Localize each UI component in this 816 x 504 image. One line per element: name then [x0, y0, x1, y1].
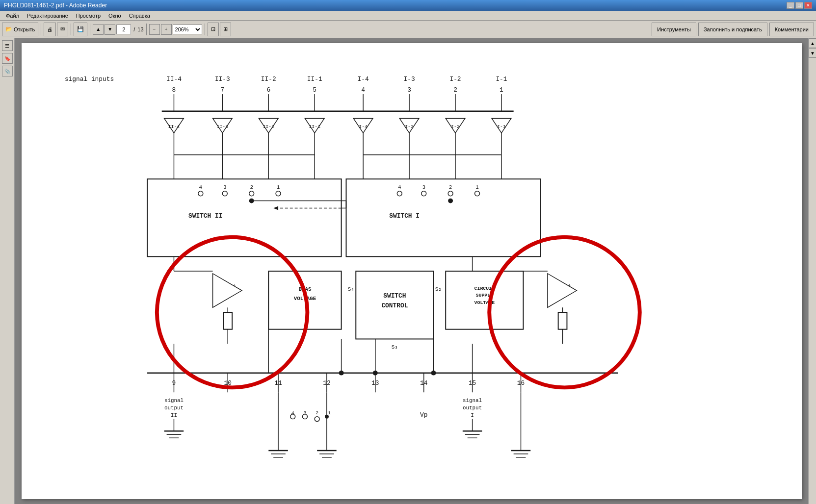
- svg-text:output: output: [463, 405, 482, 411]
- svg-rect-106: [558, 312, 567, 329]
- menu-window[interactable]: Окно: [105, 12, 125, 20]
- svg-text:SWITCH II: SWITCH II: [188, 212, 222, 220]
- snapshot-button[interactable]: ⊞: [220, 23, 231, 36]
- save-button[interactable]: 💾: [74, 23, 87, 36]
- svg-text:I: I: [471, 412, 474, 418]
- svg-text:2: 2: [453, 86, 457, 94]
- right-scrollbar[interactable]: ▲ ▼: [808, 38, 816, 504]
- select-button[interactable]: ⊡: [208, 23, 219, 36]
- svg-point-66: [249, 191, 254, 196]
- svg-text:II-3: II-3: [214, 76, 230, 83]
- svg-text:1: 1: [327, 410, 330, 416]
- svg-text:I-4: I-4: [357, 76, 369, 83]
- page-number-input[interactable]: [116, 25, 131, 34]
- svg-text:S₂: S₂: [435, 286, 441, 292]
- fill-sign-button[interactable]: Заполнить и подписать: [698, 23, 767, 36]
- svg-text:3: 3: [223, 184, 227, 190]
- svg-text:II-4: II-4: [166, 76, 182, 83]
- svg-text:CONTROL: CONTROL: [381, 302, 408, 309]
- toolbar-right: Инструменты Заполнить и подписать Коммен…: [652, 23, 814, 36]
- toolbar: 📂 Открыть 🖨 ✉ 💾 ▲ ▼ / 13 − + 206% 100% 1…: [0, 21, 816, 38]
- svg-text:I-3: I-3: [403, 76, 415, 83]
- email-button[interactable]: ✉: [57, 23, 68, 36]
- content-area: ☰ 🔖 📎 signal inputs II-4 II-3 II-2 II-1 …: [0, 38, 816, 504]
- menu-file[interactable]: Файл: [2, 12, 23, 20]
- left-sidebar: ☰ 🔖 📎: [0, 38, 15, 504]
- menu-edit[interactable]: Редактирование: [23, 12, 72, 20]
- svg-text:7: 7: [220, 86, 224, 94]
- signal-inputs-label: signal inputs: [64, 76, 113, 83]
- svg-point-143: [315, 417, 319, 422]
- svg-text:+: +: [568, 283, 571, 288]
- zoom-out-button[interactable]: −: [149, 24, 160, 35]
- svg-text:5: 5: [313, 86, 316, 94]
- svg-text:8: 8: [172, 86, 176, 94]
- svg-text:I-1: I-1: [496, 76, 507, 83]
- prev-page-button[interactable]: ▲: [93, 24, 104, 35]
- separator-5: [205, 24, 205, 35]
- svg-text:S₃: S₃: [391, 344, 397, 350]
- svg-text:4: 4: [291, 410, 294, 416]
- svg-text:Vp: Vp: [420, 411, 427, 419]
- svg-point-65: [222, 191, 227, 196]
- pdf-area[interactable]: signal inputs II-4 II-3 II-2 II-1 I-4 I-…: [15, 38, 808, 504]
- svg-rect-70: [346, 179, 540, 256]
- next-page-button[interactable]: ▼: [105, 24, 115, 35]
- svg-text:signal: signal: [164, 398, 183, 403]
- svg-text:4: 4: [398, 184, 401, 190]
- maximize-button[interactable]: □: [795, 2, 803, 9]
- svg-text:I-3: I-3: [405, 124, 414, 129]
- svg-text:II-4: II-4: [168, 124, 180, 129]
- open-icon: 📂: [5, 26, 12, 32]
- print-button[interactable]: 🖨: [44, 23, 56, 36]
- zoom-select[interactable]: 206% 100% 150% 75% 50%: [173, 25, 202, 34]
- svg-text:signal: signal: [463, 398, 482, 403]
- svg-text:output: output: [164, 405, 183, 411]
- svg-text:SWITCH: SWITCH: [383, 292, 406, 300]
- svg-text:4: 4: [199, 184, 202, 190]
- svg-text:2: 2: [316, 410, 318, 416]
- svg-marker-99: [212, 274, 241, 307]
- svg-text:2: 2: [448, 184, 452, 190]
- window-controls: _ □ ✕: [787, 2, 812, 9]
- svg-text:3: 3: [422, 184, 425, 190]
- tools-button[interactable]: Инструменты: [652, 23, 696, 36]
- zoom-in-button[interactable]: +: [161, 24, 172, 35]
- menu-help[interactable]: Справка: [125, 12, 154, 20]
- svg-text:I-2: I-2: [449, 76, 461, 83]
- app-title: PHGLD081-1461-2.pdf - Adobe Reader: [4, 2, 107, 9]
- svg-text:II-2: II-2: [261, 76, 276, 83]
- svg-point-80: [448, 199, 453, 203]
- separator-3: [90, 24, 90, 35]
- svg-text:II-3: II-3: [216, 124, 228, 129]
- svg-text:4: 4: [361, 86, 365, 94]
- menu-view[interactable]: Просмотр: [72, 12, 105, 20]
- svg-text:II-2: II-2: [263, 124, 274, 129]
- svg-point-173: [431, 371, 436, 376]
- svg-point-64: [198, 191, 203, 196]
- svg-text:1: 1: [276, 184, 280, 190]
- sidebar-bookmark-tool[interactable]: 🔖: [2, 53, 13, 64]
- sidebar-attachment-tool[interactable]: 📎: [2, 66, 13, 76]
- svg-rect-101: [223, 312, 232, 329]
- svg-text:+: +: [233, 283, 236, 288]
- sidebar-hand-tool[interactable]: ☰: [2, 40, 13, 51]
- comments-button[interactable]: Комментарии: [769, 23, 814, 36]
- open-button[interactable]: 📂 Открыть: [2, 23, 38, 36]
- svg-text:II-1: II-1: [309, 124, 320, 129]
- title-bar: PHGLD081-1461-2.pdf - Adobe Reader _ □ ✕: [0, 0, 816, 11]
- svg-point-78: [474, 191, 479, 196]
- svg-text:I-2: I-2: [451, 124, 460, 129]
- page-total: 13: [137, 26, 143, 32]
- pdf-page: signal inputs II-4 II-3 II-2 II-1 I-4 I-…: [22, 43, 802, 499]
- close-button[interactable]: ✕: [804, 2, 812, 9]
- svg-marker-82: [273, 206, 278, 210]
- svg-text:I-1: I-1: [497, 124, 506, 129]
- separator-1: [41, 24, 41, 35]
- svg-text:S₄: S₄: [347, 286, 354, 292]
- svg-point-172: [372, 371, 377, 376]
- svg-point-75: [397, 191, 402, 196]
- svg-point-76: [421, 191, 426, 196]
- minimize-button[interactable]: _: [787, 2, 794, 9]
- svg-text:SWITCH I: SWITCH I: [389, 212, 420, 220]
